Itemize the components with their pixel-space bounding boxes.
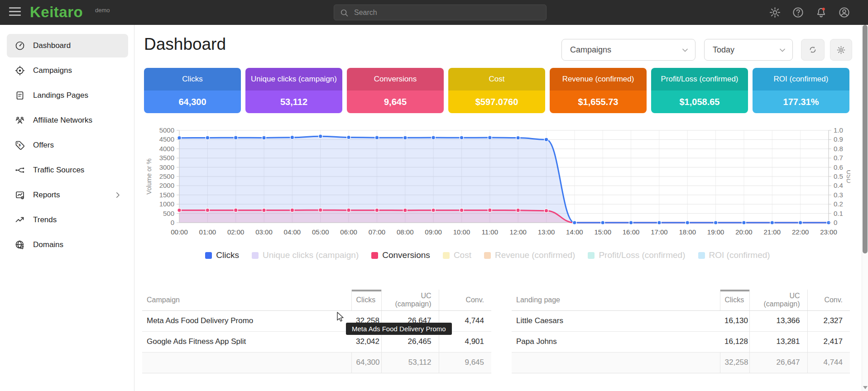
totals-cell: 53,112 — [381, 352, 439, 373]
area-conversions — [179, 210, 829, 223]
legend-item-roi-confirmed[interactable]: ROI (confirmed) — [698, 250, 770, 260]
x-axis-tick: 10:00 — [453, 228, 470, 236]
y-axis-right-title: USD — [845, 170, 850, 183]
y-axis-right-tick: 1.0 — [834, 126, 843, 134]
sidebar-item-label: Affiliate Networks — [33, 116, 92, 125]
stat-card-value: 177.31% — [753, 91, 849, 113]
x-axis-tick: 22:00 — [792, 228, 809, 236]
search-icon — [340, 8, 349, 17]
y-axis-right-tick: 0.9 — [834, 135, 843, 143]
point-conversions — [290, 208, 294, 212]
global-search — [334, 5, 547, 20]
refresh-button[interactable] — [801, 39, 825, 61]
legend-item-clicks[interactable]: Clicks — [205, 250, 239, 260]
sidebar-item-dashboard[interactable]: Dashboard — [7, 34, 128, 57]
sidebar-item-affiliate-networks[interactable]: Affiliate Networks — [7, 109, 128, 132]
hamburger-menu-icon[interactable] — [9, 7, 21, 17]
settings-gear-icon[interactable] — [769, 6, 781, 19]
point-clicks — [460, 136, 464, 140]
sidebar-item-label: Dashboard — [33, 41, 71, 50]
date-range-select[interactable]: Today — [704, 39, 793, 61]
column-header-clicks[interactable]: Clicks — [720, 290, 749, 310]
column-header-conv[interactable]: Conv. — [807, 290, 850, 310]
row-name-cell: Meta Ads Food Delivery Promo — [142, 310, 351, 331]
page-scrollbar — [862, 25, 868, 391]
row-value-cell: 2,327 — [807, 310, 850, 331]
traffic-chart: 5000450040003500300025002000150010005000… — [144, 126, 850, 243]
row-value-cell: 16,130 — [720, 310, 749, 331]
point-conversions — [318, 208, 322, 212]
stat-card-label: Revenue (confirmed) — [550, 68, 647, 91]
notifications-bell-icon[interactable] — [815, 6, 827, 19]
point-clicks — [488, 136, 492, 140]
point-conversions — [375, 208, 379, 212]
campaigns-filter-select[interactable]: Campaigns — [561, 39, 695, 61]
search-input[interactable] — [354, 9, 541, 17]
y-axis-right-tick: 0.4 — [834, 181, 843, 189]
legend-item-conversions[interactable]: Conversions — [371, 250, 430, 260]
table-row-little-caesars[interactable]: Little Caesars16,13013,3662,327 — [512, 310, 850, 331]
stat-card-clicks[interactable]: Clicks64,300 — [144, 68, 241, 113]
stat-card-profit-loss-confirmed[interactable]: Profit/Loss (confirmed)$1,058.65 — [651, 68, 748, 113]
point-conversions — [403, 208, 407, 212]
y-axis-right-tick: 0.1 — [834, 210, 843, 217]
stat-card-conversions[interactable]: Conversions9,645 — [347, 68, 444, 113]
chevron-right-icon — [114, 191, 122, 199]
user-avatar-icon[interactable] — [838, 6, 850, 19]
legend-item-unique-clicks-campaign[interactable]: Unique clicks (campaign) — [252, 250, 359, 260]
y-axis-right-tick: 0.6 — [834, 163, 843, 171]
column-header-uc-campaign[interactable]: UC (campaign) — [381, 290, 439, 310]
stat-card-label: Clicks — [144, 68, 241, 91]
stat-card-value: $1,058.65 — [651, 91, 748, 113]
stat-card-label: Unique clicks (campaign) — [245, 68, 342, 91]
x-axis-tick: 04:00 — [284, 228, 301, 236]
sidebar-item-trends[interactable]: Trends — [7, 208, 128, 232]
legend-item-cost[interactable]: Cost — [443, 250, 471, 260]
date-range-value: Today — [713, 45, 734, 55]
dashboard-settings-button[interactable] — [830, 39, 852, 61]
point-clicks — [318, 134, 322, 138]
stat-card-label: Cost — [448, 68, 545, 91]
x-axis-tick: 14:00 — [566, 228, 583, 236]
sidebar-item-domains[interactable]: Domains — [7, 233, 128, 257]
point-clicks — [770, 221, 774, 225]
column-header-landing-page[interactable]: Landing page — [512, 290, 720, 310]
scrollbar-down-arrow-icon[interactable] — [863, 386, 868, 389]
point-clicks — [262, 136, 266, 140]
stat-card-cost[interactable]: Cost$597.0760 — [448, 68, 545, 113]
point-conversions — [347, 208, 351, 212]
sidebar-item-label: Campaigns — [33, 66, 72, 75]
sidebar-item-offers[interactable]: $Offers — [7, 134, 128, 157]
stat-card-unique-clicks-campaign[interactable]: Unique clicks (campaign)53,112 — [245, 68, 342, 113]
point-conversions — [544, 209, 548, 213]
column-header-campaign[interactable]: Campaign — [142, 290, 351, 310]
column-header-conv[interactable]: Conv. — [439, 290, 491, 310]
table-row-papa-johns[interactable]: Papa Johns16,12813,2812,417 — [512, 331, 850, 352]
x-axis-tick: 06:00 — [340, 228, 357, 236]
legend-item-revenue-confirmed[interactable]: Revenue (confirmed) — [484, 250, 575, 260]
column-header-clicks[interactable]: Clicks — [351, 290, 381, 310]
sidebar-item-label: Trends — [33, 215, 57, 224]
target-icon — [14, 65, 25, 76]
x-axis-tick: 09:00 — [425, 228, 442, 236]
y-axis-left-title: Volume or % — [145, 158, 153, 194]
globe-icon — [14, 239, 25, 250]
sidebar-item-campaigns[interactable]: Campaigns — [7, 59, 128, 82]
legend-label: Cost — [454, 250, 471, 260]
legend-swatch — [443, 252, 450, 259]
x-axis-tick: 15:00 — [594, 228, 611, 236]
stat-card-revenue-confirmed[interactable]: Revenue (confirmed)$1,655.73 — [550, 68, 647, 113]
sidebar-item-label: Traffic Sources — [33, 166, 84, 175]
brand-logo[interactable]: Keitaro — [30, 4, 83, 21]
sidebar-item-landings-pages[interactable]: Landings Pages — [7, 84, 128, 107]
sidebar-item-traffic-sources[interactable]: Traffic Sources — [7, 158, 128, 182]
stat-card-roi-confirmed[interactable]: ROI (confirmed)177.31% — [753, 68, 849, 113]
legend-item-profit-loss-confirmed[interactable]: Profit/Loss (confirmed) — [588, 250, 685, 260]
help-icon[interactable] — [792, 6, 804, 19]
sidebar-item-label: Offers — [33, 141, 54, 150]
y-axis-left-tick: 0 — [171, 219, 174, 226]
column-header-uc-campaign[interactable]: UC (campaign) — [749, 290, 807, 310]
sidebar-item-reports[interactable]: Reports — [7, 183, 128, 207]
scrollbar-thumb[interactable] — [863, 25, 868, 253]
y-axis-left-tick: 3000 — [159, 163, 174, 171]
